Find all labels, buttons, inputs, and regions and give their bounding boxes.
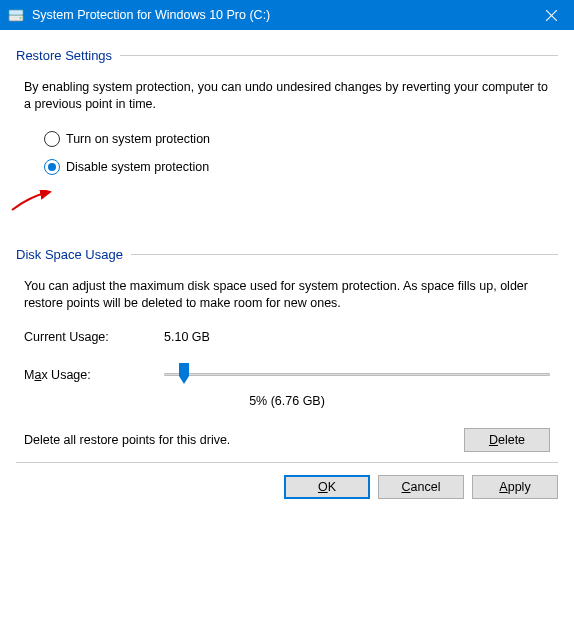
window-title: System Protection for Windows 10 Pro (C:…: [32, 8, 529, 22]
cancel-button[interactable]: Cancel: [378, 475, 464, 499]
drive-icon: [8, 7, 24, 23]
svg-point-2: [20, 17, 22, 19]
footer-divider: [16, 462, 558, 463]
close-button[interactable]: [529, 0, 574, 30]
radio-turn-on-label: Turn on system protection: [66, 132, 210, 146]
radio-icon-on: [44, 159, 60, 175]
max-usage-slider[interactable]: [164, 362, 550, 388]
svg-rect-1: [9, 10, 23, 15]
disk-space-heading: Disk Space Usage: [16, 247, 558, 262]
radio-disable-label: Disable system protection: [66, 160, 209, 174]
slider-value-display: 5% (6.76 GB): [16, 394, 558, 408]
apply-button[interactable]: Apply: [472, 475, 558, 499]
delete-button[interactable]: Delete: [464, 428, 550, 452]
slider-thumb[interactable]: [178, 362, 190, 386]
ok-button[interactable]: OK: [284, 475, 370, 499]
restore-description: By enabling system protection, you can u…: [24, 79, 550, 113]
max-usage-label: Max Usage:: [24, 368, 164, 382]
restore-settings-label: Restore Settings: [16, 48, 112, 63]
radio-icon-off: [44, 131, 60, 147]
restore-settings-heading: Restore Settings: [16, 48, 558, 63]
divider-line: [131, 254, 558, 255]
current-usage-value: 5.10 GB: [164, 330, 210, 344]
disk-space-label: Disk Space Usage: [16, 247, 123, 262]
dialog-footer: OK Cancel Apply: [0, 475, 574, 511]
disk-description: You can adjust the maximum disk space us…: [24, 278, 550, 312]
divider-line: [120, 55, 558, 56]
current-usage-label: Current Usage:: [24, 330, 164, 344]
radio-disable[interactable]: Disable system protection: [44, 159, 558, 175]
titlebar: System Protection for Windows 10 Pro (C:…: [0, 0, 574, 30]
delete-description: Delete all restore points for this drive…: [24, 433, 464, 447]
radio-turn-on[interactable]: Turn on system protection: [44, 131, 558, 147]
